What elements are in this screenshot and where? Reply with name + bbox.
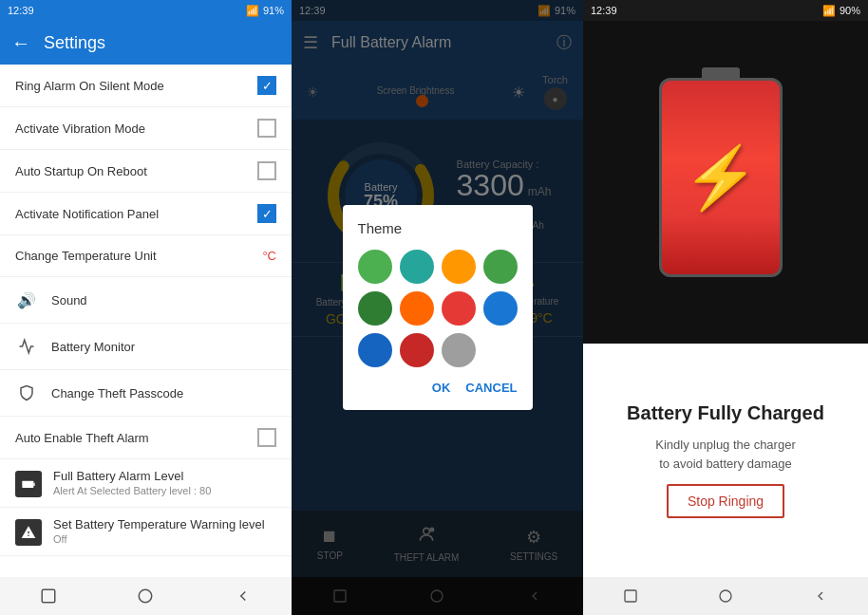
theme-row-1	[358, 250, 518, 284]
theme-dot-green1[interactable]	[358, 250, 392, 284]
nav-back-3[interactable]	[809, 585, 832, 607]
stop-ringing-button[interactable]: Stop Ringing	[667, 484, 784, 518]
setting-auto-theft[interactable]: Auto Enable Theft Alarm	[0, 417, 292, 459]
setting-vibration[interactable]: Activate Vibration Mode	[0, 107, 292, 150]
setting-notification-panel[interactable]: Activate Notification Panel	[0, 193, 292, 235]
theme-overlay: Theme	[292, 0, 583, 615]
status-icons-1: 📶 91%	[246, 5, 284, 17]
theme-dot-dark-red[interactable]	[400, 333, 434, 367]
battery-temp-title: Set Battery Temperature Warning level	[53, 517, 265, 531]
theme-row-2	[358, 291, 518, 326]
full-battery-alarm-desc: Alert At Selected Battery level : 80	[53, 485, 211, 496]
nav-sound[interactable]: 🔊 Sound	[0, 277, 292, 324]
auto-startup-checkbox[interactable]	[257, 161, 276, 180]
vibration-label: Activate Vibration Mode	[15, 121, 257, 136]
wifi-icon-3: 📶	[822, 5, 836, 17]
status-bar-1: 12:39 📶 91%	[0, 0, 292, 21]
temp-unit-label: Change Temperature Unit	[15, 249, 262, 263]
setting-temp-unit[interactable]: Change Temperature Unit °C	[0, 235, 292, 277]
wifi-icon: 📶	[246, 5, 259, 17]
alarm-panel: 12:39 📶 91% ☰ Full Battery Alarm ⓘ ☀ Scr…	[292, 0, 583, 615]
auto-theft-checkbox[interactable]	[257, 428, 276, 447]
charged-desc: Kindly unplug the chargerto avoid batter…	[655, 436, 795, 473]
nav-circle-3[interactable]	[714, 585, 737, 607]
sound-icon: 🔊	[15, 289, 38, 311]
battery-body: ⚡	[659, 78, 783, 277]
theme-dialog: Theme	[343, 205, 533, 410]
theme-row-3	[358, 333, 518, 367]
time-1: 12:39	[8, 5, 34, 16]
auto-theft-label: Auto Enable Theft Alarm	[15, 431, 257, 445]
nav-circle-1[interactable]	[134, 585, 157, 607]
ring-alarm-label: Ring Alarm On Silent Mode	[15, 79, 257, 93]
charged-card: Battery Fully Charged Kindly unplug the …	[583, 344, 868, 577]
battery-large-icon: ⚡	[659, 78, 792, 287]
theme-dot-teal[interactable]	[400, 250, 434, 284]
status-bar-3: 12:39 📶 90%	[583, 0, 868, 21]
charged-panel: 12:39 📶 90% ⚡ Battery Fully Charged Kind…	[583, 0, 868, 615]
theme-dot-dark-blue[interactable]	[358, 333, 392, 367]
vibration-checkbox[interactable]	[257, 119, 276, 138]
battery-icon-1: 91%	[263, 5, 284, 16]
theme-colors	[358, 250, 518, 367]
theme-dialog-title: Theme	[358, 220, 518, 236]
subitem-full-battery[interactable]: Full Battery Alarm Level Alert At Select…	[0, 459, 292, 508]
theme-dot-green2[interactable]	[483, 250, 518, 284]
battery-level-icon	[15, 471, 42, 497]
warning-icon	[15, 519, 42, 546]
temp-unit-value: °C	[262, 249, 276, 263]
theme-dot-red[interactable]	[442, 291, 476, 326]
svg-rect-12	[625, 590, 636, 602]
battery-icon-3: 90%	[840, 5, 860, 16]
nav-square-1[interactable]	[37, 585, 60, 607]
sound-label: Sound	[51, 293, 87, 308]
subitem-temp-warning[interactable]: Set Battery Temperature Warning level Of…	[0, 508, 292, 556]
theft-passcode-label: Change Theft Passcode	[51, 386, 183, 401]
settings-panel: 12:39 📶 91% ← Settings Ring Alarm On Sil…	[0, 0, 292, 615]
time-3: 12:39	[591, 5, 617, 16]
nav-battery-monitor[interactable]: Battery Monitor	[0, 324, 292, 370]
nav-bottom-1	[0, 577, 292, 615]
theme-actions: OK CANCEL	[358, 381, 518, 395]
notification-panel-checkbox[interactable]	[257, 204, 276, 223]
nav-back-1[interactable]	[232, 585, 255, 607]
nav-theft-passcode[interactable]: Change Theft Passcode	[0, 370, 292, 417]
shield-icon	[15, 382, 38, 404]
theme-dot-dark-green[interactable]	[358, 291, 392, 326]
svg-point-13	[720, 590, 731, 602]
notification-panel-label: Activate Notification Panel	[15, 207, 257, 221]
nav-square-3[interactable]	[619, 585, 642, 607]
theme-dot-orange[interactable]	[442, 250, 476, 284]
theme-dot-deep-orange[interactable]	[400, 291, 434, 326]
subitem-battery-text: Full Battery Alarm Level Alert At Select…	[53, 469, 211, 496]
full-battery-alarm-title: Full Battery Alarm Level	[53, 469, 211, 483]
battery-monitor-icon	[15, 335, 38, 358]
battery-monitor-label: Battery Monitor	[51, 340, 135, 354]
theme-dot-blue[interactable]	[483, 291, 518, 326]
battery-display: ⚡	[583, 21, 868, 344]
battery-bolt-symbol: ⚡	[683, 142, 759, 214]
theme-ok-button[interactable]: OK	[432, 381, 451, 395]
status-icons-3: 📶 90%	[822, 5, 860, 17]
subitem-temp-text: Set Battery Temperature Warning level Of…	[53, 517, 265, 545]
setting-ring-alarm[interactable]: Ring Alarm On Silent Mode	[0, 65, 292, 107]
svg-point-2	[140, 589, 153, 603]
setting-auto-startup[interactable]: Auto Startup On Reboot	[0, 150, 292, 193]
nav-bottom-3	[583, 577, 868, 615]
back-button[interactable]: ←	[11, 32, 30, 54]
theme-dot-grey[interactable]	[442, 333, 476, 367]
svg-rect-1	[42, 589, 55, 603]
battery-temp-desc: Off	[53, 533, 265, 545]
settings-title: Settings	[44, 33, 105, 53]
ring-alarm-checkbox[interactable]	[257, 76, 276, 95]
settings-list: Ring Alarm On Silent Mode Activate Vibra…	[0, 65, 292, 577]
theme-cancel-button[interactable]: CANCEL	[465, 381, 517, 395]
charged-title: Battery Fully Charged	[627, 402, 824, 424]
auto-startup-label: Auto Startup On Reboot	[15, 164, 257, 178]
settings-header: ← Settings	[0, 21, 292, 65]
battery-tip	[702, 67, 740, 81]
